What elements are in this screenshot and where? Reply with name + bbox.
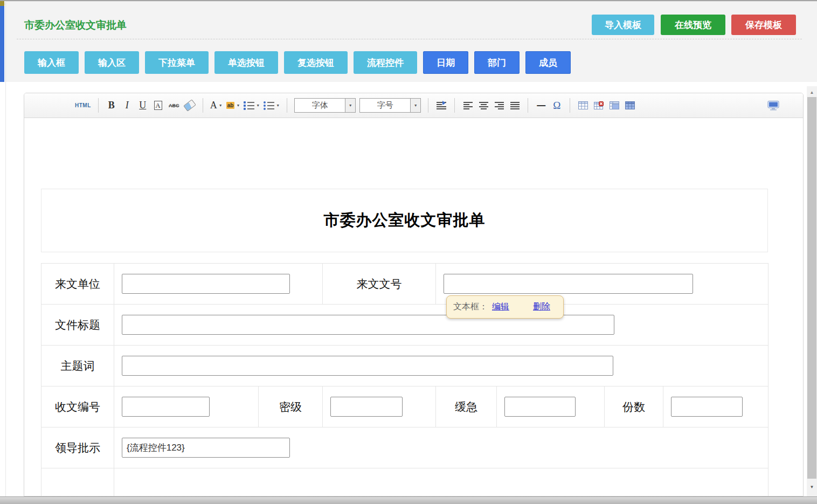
- cell-urgency: [497, 386, 605, 427]
- rich-text-editor: HTML B I U A ABC A▼ ab▼ ▼ ▼ 字体: [24, 93, 804, 496]
- bold-button[interactable]: B: [106, 99, 117, 113]
- horizontal-rule-button[interactable]: —: [535, 99, 547, 113]
- security-level-input[interactable]: [330, 397, 403, 417]
- approval-form-table: 来文单位 来文文号 文件标题 主题词 收文编号 密级: [41, 263, 768, 496]
- underline-button[interactable]: U: [137, 99, 149, 113]
- palette-textarea-button[interactable]: 输入区: [85, 51, 139, 74]
- document-number-input[interactable]: [444, 274, 693, 294]
- leader-comments-input[interactable]: [122, 438, 290, 458]
- palette-checkbox-button[interactable]: 复选按钮: [284, 51, 348, 74]
- label-leader-comments: 领导批示: [41, 427, 114, 468]
- unordered-list-button[interactable]: ▼: [264, 99, 280, 113]
- table-properties-button[interactable]: [624, 99, 636, 113]
- ordered-list-icon: [244, 101, 254, 110]
- align-left-button[interactable]: [462, 99, 474, 113]
- font-color-button[interactable]: A▼: [210, 99, 223, 113]
- delete-field-link[interactable]: 删除: [533, 301, 550, 313]
- delete-table-button[interactable]: [593, 99, 605, 113]
- scroll-up-icon: ▲: [810, 90, 814, 95]
- align-justify-button[interactable]: [509, 99, 521, 113]
- window-bottom-edge: [0, 496, 817, 504]
- cell-receipt-number: [114, 386, 259, 427]
- field-tooltip: 文本框： 编辑 删除: [446, 295, 564, 319]
- boxed-a-icon: A: [154, 101, 162, 110]
- strikethrough-button[interactable]: ABC: [168, 99, 180, 113]
- online-preview-button[interactable]: 在线预览: [661, 15, 725, 35]
- remove-format-button[interactable]: [184, 99, 196, 113]
- block-style-button[interactable]: A: [153, 99, 164, 113]
- cell-leader-comments: [114, 427, 768, 468]
- toolbar-separator: [287, 98, 287, 113]
- select-arrow-button[interactable]: ▼: [410, 99, 420, 112]
- page-title: 市委办公室收文审批单: [24, 18, 127, 32]
- toolbar-separator: [428, 98, 428, 113]
- table-row: 办公室意见: [41, 468, 768, 497]
- font-size-select[interactable]: 字号 ▼: [359, 98, 421, 113]
- copies-input[interactable]: [671, 397, 743, 417]
- scrollbar-thumb[interactable]: [807, 97, 816, 479]
- source-code-button[interactable]: HTML: [75, 99, 91, 113]
- align-center-button[interactable]: [477, 99, 489, 113]
- chevron-down-icon: ▼: [414, 103, 418, 107]
- palette-department-button[interactable]: 部门: [474, 51, 520, 74]
- scroll-up-button[interactable]: ▲: [807, 87, 817, 97]
- toolbar-separator: [454, 98, 455, 113]
- palette-member-button[interactable]: 成员: [525, 51, 571, 74]
- palette-date-button[interactable]: 日期: [423, 51, 468, 74]
- fullscreen-button[interactable]: [767, 99, 779, 113]
- table-row: 来文单位 来文文号: [41, 264, 768, 305]
- label-subject-words: 主题词: [41, 346, 114, 386]
- insert-table-button[interactable]: [577, 99, 589, 113]
- document-title-box: 市委办公室收文审批单: [41, 189, 768, 252]
- font-color-icon: A: [210, 100, 217, 111]
- label-document-number: 来文文号: [323, 264, 436, 305]
- chevron-down-icon: ▼: [276, 103, 280, 107]
- cell-incoming-unit: [114, 264, 323, 305]
- ordered-list-button[interactable]: ▼: [244, 99, 260, 113]
- highlight-icon: ab: [226, 102, 235, 109]
- toolbar-separator: [98, 98, 99, 113]
- chevron-down-icon: ▼: [219, 103, 223, 107]
- header-divider: [17, 39, 802, 39]
- palette-radio-button[interactable]: 单选按钮: [214, 51, 278, 74]
- table-cell-icon: [610, 101, 619, 109]
- import-template-button[interactable]: 导入模板: [592, 15, 654, 35]
- indent-button[interactable]: [435, 99, 447, 113]
- special-character-button[interactable]: Ω: [551, 99, 563, 113]
- edit-field-link[interactable]: 编辑: [492, 301, 509, 313]
- background-window-edge: [0, 6, 4, 82]
- cell-subject-words: [114, 346, 768, 386]
- scroll-down-icon: ▼: [810, 485, 814, 489]
- select-arrow-button[interactable]: ▼: [345, 99, 355, 112]
- cell-document-title: [114, 305, 768, 346]
- label-security-level: 密级: [259, 386, 323, 427]
- scroll-down-button[interactable]: ▼: [807, 482, 817, 492]
- palette-flow-control-button[interactable]: 流程控件: [354, 51, 417, 74]
- incoming-unit-input[interactable]: [122, 274, 290, 294]
- urgency-input[interactable]: [504, 397, 576, 417]
- font-family-select[interactable]: 字体 ▼: [294, 98, 356, 113]
- chevron-down-icon: ▼: [236, 103, 240, 107]
- control-palette: 输入框 输入区 下拉菜单 单选按钮 复选按钮 流程控件 日期 部门 成员: [24, 51, 571, 74]
- italic-button[interactable]: I: [121, 99, 133, 113]
- receipt-number-input[interactable]: [122, 397, 210, 417]
- editor-canvas[interactable]: 市委办公室收文审批单 来文单位 来文文号 文件标题 主: [24, 118, 803, 496]
- document-title: 市委办公室收文审批单: [324, 210, 486, 231]
- palette-input-box-button[interactable]: 输入框: [24, 51, 79, 74]
- table-row: 收文编号 密级 缓急 份数: [41, 386, 768, 427]
- table-delete-icon: [594, 101, 604, 109]
- font-family-select-label: 字体: [295, 99, 345, 112]
- table-row: 主题词: [41, 346, 768, 386]
- palette-dropdown-button[interactable]: 下拉菜单: [145, 51, 209, 74]
- highlight-color-button[interactable]: ab▼: [226, 99, 240, 113]
- cell-office-opinion: [114, 468, 768, 497]
- indent-icon: [437, 102, 446, 109]
- toolbar-separator: [570, 98, 570, 113]
- save-template-button[interactable]: 保存模板: [731, 15, 796, 35]
- subject-words-input[interactable]: [122, 356, 613, 376]
- align-right-button[interactable]: [493, 99, 505, 113]
- editor-toolbar: HTML B I U A ABC A▼ ab▼ ▼ ▼ 字体: [24, 93, 803, 118]
- font-size-select-label: 字号: [360, 99, 410, 112]
- table-cell-properties-button[interactable]: [608, 99, 620, 113]
- vertical-scrollbar[interactable]: ▲ ▼: [807, 86, 817, 496]
